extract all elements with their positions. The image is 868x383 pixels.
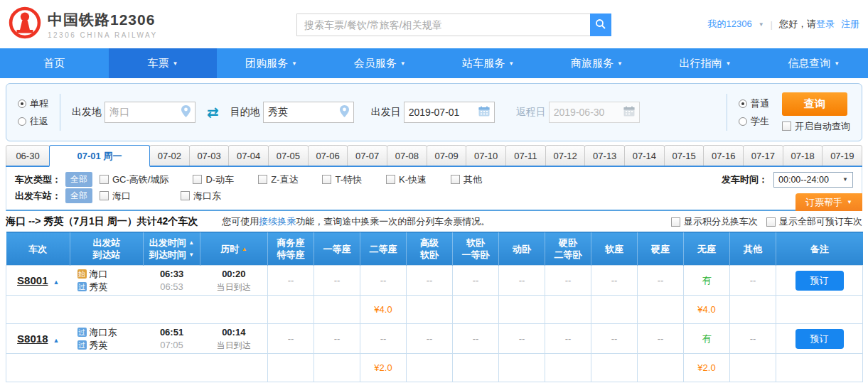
search-input[interactable] — [296, 14, 590, 36]
col-header-2[interactable]: 出发时间 ▲到达时间 ▼ — [144, 232, 200, 266]
student-ticket-radio[interactable]: 学生 — [739, 115, 769, 128]
divider — [60, 94, 60, 131]
price-cell — [453, 296, 499, 324]
date-tab-07-11[interactable]: 07-11 — [505, 145, 546, 167]
sort-asc-icon[interactable]: ▲ — [242, 246, 247, 252]
date-tab-07-16[interactable]: 07-16 — [703, 145, 744, 167]
checkbox-icon — [386, 175, 395, 184]
col-header-13: 无座 — [684, 232, 730, 266]
return-date-input — [554, 107, 623, 118]
round-trip-radio[interactable]: 往返 — [18, 115, 48, 128]
date-tab-07-04[interactable]: 07-04 — [228, 145, 269, 167]
station-all-badge[interactable]: 全部 — [65, 188, 92, 203]
train-type-checkbox-1[interactable]: D-动车 — [193, 173, 234, 186]
collapse-icon[interactable]: ▲ — [53, 279, 59, 286]
to-city-field[interactable] — [263, 102, 354, 123]
return-date-label: 返程日 — [516, 106, 546, 119]
depart-time-label: 发车时间： — [722, 173, 768, 186]
train-type-checkbox-2[interactable]: Z-直达 — [258, 173, 298, 186]
date-tab-07-08[interactable]: 07-08 — [387, 145, 427, 167]
search-button[interactable] — [590, 14, 611, 36]
date-tab-07-03[interactable]: 07-03 — [189, 145, 230, 167]
date-tab-07-13[interactable]: 07-13 — [584, 145, 625, 167]
col-header-15: 备注 — [776, 232, 863, 266]
col-header-10: 硬卧二等卧 — [545, 232, 591, 266]
nav-item-3[interactable]: 会员服务▼ — [326, 48, 434, 78]
register-link[interactable]: 注册 — [841, 18, 859, 31]
show-all-bookable-checkbox[interactable]: 显示全部可预订车次 — [766, 215, 862, 228]
date-tab-07-02[interactable]: 07-02 — [149, 145, 190, 167]
price-row-blank — [6, 354, 268, 382]
from-city-input[interactable] — [109, 107, 181, 118]
transfer-link[interactable]: 接续换乘 — [259, 216, 296, 227]
auto-query-checkbox[interactable]: 开启自动查询 — [782, 120, 850, 133]
seat-availability-cell: -- — [453, 266, 499, 296]
station-badge-icon: 过 — [77, 328, 87, 337]
book-button[interactable]: 预订 — [795, 329, 844, 349]
date-tab-07-17[interactable]: 07-17 — [743, 145, 783, 167]
book-button[interactable]: 预订 — [795, 271, 844, 291]
table-header-row: 车次出发站到达站出发时间 ▲到达时间 ▼历时 ▲商务座特等座一等座二等座高级软卧… — [6, 232, 863, 266]
date-tab-07-19[interactable]: 07-19 — [822, 145, 862, 167]
depart-time-select[interactable]: 00:00--24:00 ▼ — [773, 172, 853, 188]
train-type-all-badge[interactable]: 全部 — [65, 172, 92, 187]
to-city-input[interactable] — [268, 107, 340, 118]
sort-desc-icon[interactable]: ▼ — [188, 252, 194, 258]
normal-ticket-radio[interactable]: 普通 — [739, 97, 769, 110]
col-header-3[interactable]: 历时 ▲ — [200, 232, 268, 266]
depart-date-field[interactable] — [404, 102, 495, 123]
col-header-4: 商务座特等座 — [268, 232, 314, 266]
query-button[interactable]: 查询 — [782, 92, 847, 116]
swap-stations-icon[interactable]: ⇄ — [207, 104, 219, 121]
date-tab-07-12[interactable]: 07-12 — [545, 145, 586, 167]
one-way-radio[interactable]: 单程 — [18, 97, 48, 110]
date-tab-07-07[interactable]: 07-07 — [347, 145, 387, 167]
chevron-down-icon: ▼ — [617, 60, 623, 67]
nav-item-5[interactable]: 商旅服务▼ — [542, 48, 651, 78]
date-tab-07-05[interactable]: 07-05 — [268, 145, 309, 167]
date-tab-07-01[interactable]: 07-01 周一 — [49, 145, 150, 167]
main-nav: 首页车票▼团购服务▼会员服务▼站车服务▼商旅服务▼出行指南▼信息查询▼ — [0, 48, 868, 78]
top-bar: 中国铁路12306 12306 CHINA RAILWAY 我的12306 ▼ … — [0, 0, 868, 48]
brand-logo[interactable]: 中国铁路12306 12306 CHINA RAILWAY — [9, 6, 158, 42]
date-tab-07-18[interactable]: 07-18 — [783, 145, 823, 167]
date-tab-07-10[interactable]: 07-10 — [466, 145, 506, 167]
china-railway-logo-icon — [9, 6, 41, 42]
date-tab-07-09[interactable]: 07-09 — [427, 145, 467, 167]
nav-item-1[interactable]: 车票▼ — [109, 48, 218, 78]
depart-date-input[interactable] — [409, 107, 478, 118]
date-tab-07-06[interactable]: 07-06 — [308, 145, 348, 167]
seat-availability-cell: -- — [314, 324, 360, 354]
from-label: 出发地 — [72, 106, 102, 119]
nav-item-7[interactable]: 信息查询▼ — [759, 48, 868, 78]
date-tab-06-30[interactable]: 06-30 — [6, 145, 50, 167]
from-city-field[interactable] — [105, 102, 195, 123]
train-number-link[interactable]: S8018 — [17, 333, 48, 345]
depart-station-checkbox-1[interactable]: 海口东 — [181, 190, 221, 203]
login-link[interactable]: 登录 — [816, 18, 835, 29]
nav-item-6[interactable]: 出行指南▼ — [651, 48, 760, 78]
depart-date-label: 出发日 — [371, 106, 401, 119]
train-type-checkbox-5[interactable]: 其他 — [451, 173, 482, 186]
my-12306-link[interactable]: 我的12306 — [708, 18, 752, 31]
divider: | — [771, 19, 773, 30]
booking-helper-tab[interactable]: 订票帮手 ▼ — [795, 193, 862, 211]
sort-asc-icon[interactable]: ▲ — [188, 239, 194, 246]
date-tab-07-14[interactable]: 07-14 — [624, 145, 665, 167]
result-summary: 海口 --> 秀英（7月1日 周一）共计42个车次 您可使用接续换乘功能，查询途… — [6, 215, 862, 228]
nav-item-2[interactable]: 团购服务▼ — [217, 48, 326, 78]
collapse-icon[interactable]: ▲ — [53, 337, 59, 344]
stations-cell: 过海口东过秀英 — [70, 324, 144, 354]
nav-item-4[interactable]: 站车服务▼ — [434, 48, 543, 78]
train-number-link[interactable]: S8001 — [17, 274, 48, 286]
nav-item-0[interactable]: 首页 — [0, 48, 109, 78]
show-points-trains-checkbox[interactable]: 显示积分兑换车次 — [671, 215, 758, 228]
date-tab-07-15[interactable]: 07-15 — [664, 145, 704, 167]
train-type-checkbox-4[interactable]: K-快速 — [386, 173, 427, 186]
train-type-checkbox-3[interactable]: T-特快 — [322, 173, 362, 186]
chevron-down-icon: ▼ — [842, 176, 848, 183]
checkbox-icon — [451, 175, 460, 184]
train-count: 42 — [157, 215, 168, 227]
train-type-checkbox-0[interactable]: GC-高铁/城际 — [100, 173, 168, 186]
depart-station-checkbox-0[interactable]: 海口 — [100, 190, 131, 203]
